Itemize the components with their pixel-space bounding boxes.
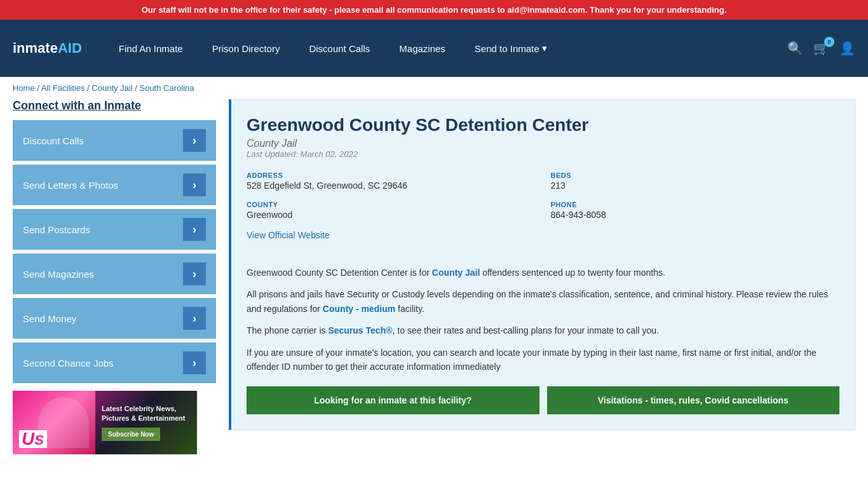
sidebar: Connect with an Inmate Discount Calls › … [13, 99, 216, 454]
alert-banner: Our staff will not be in the office for … [0, 0, 868, 20]
securus-link[interactable]: Securus Tech® [328, 325, 392, 336]
user-button[interactable]: 👤 [839, 41, 855, 56]
address-block: ADDRESS 528 Edgefield St, Greenwood, SC … [247, 172, 536, 191]
content-area: Greenwood County SC Detention Center Cou… [229, 99, 855, 430]
cart-badge: 0 [824, 37, 834, 47]
beds-block: BEDS 213 [551, 172, 840, 191]
discount-calls-btn[interactable]: Discount Calls › [13, 120, 216, 161]
county-jail-link[interactable]: County Jail [432, 268, 480, 278]
send-magazines-label: Send Magazines [23, 269, 94, 280]
visitation-btn[interactable]: Visitations - times, rules, Covid cancel… [547, 386, 840, 414]
chevron-right-icon3: › [183, 218, 206, 241]
ad-text-area: Latest Celebrity News, Pictures & Entert… [95, 399, 197, 446]
description-3: The phone carrier is Securus Tech®, to s… [247, 323, 839, 337]
action-buttons: Looking for an inmate at this facility? … [247, 386, 839, 414]
facility-name: Greenwood County SC Detention Center [247, 115, 839, 135]
chevron-right-icon4: › [183, 262, 206, 285]
ad-subscribe-button[interactable]: Subscribe Now [102, 428, 160, 441]
ad-description: Latest Celebrity News, Pictures & Entert… [102, 404, 191, 423]
county-block: COUNTY Greenwood [247, 201, 536, 220]
logo: inmateAID [13, 40, 82, 57]
send-magazines-btn[interactable]: Send Magazines › [13, 254, 216, 294]
nav-find-inmate[interactable]: Find An Inmate [107, 43, 194, 54]
nav-discount-calls[interactable]: Discount Calls [297, 43, 381, 54]
facility-type: County Jail [247, 138, 839, 149]
chevron-right-icon6: › [183, 351, 206, 374]
send-money-btn[interactable]: Send Money › [13, 298, 216, 339]
main-layout: Connect with an Inmate Discount Calls › … [0, 99, 868, 467]
nav-send-to-inmate[interactable]: Send to Inmate ▾ [463, 43, 559, 54]
county-medium-link[interactable]: County - medium [323, 304, 395, 314]
beds-label: BEDS [551, 172, 840, 179]
chevron-right-icon2: › [183, 173, 206, 196]
send-postcards-btn[interactable]: Send Postcards › [13, 209, 216, 250]
phone-value: 864-943-8058 [551, 210, 840, 220]
send-letters-label: Send Letters & Photos [23, 180, 118, 191]
facility-updated: Last Updated: March 02, 2022 [247, 149, 839, 159]
address-label: ADDRESS [247, 172, 536, 179]
info-grid: ADDRESS 528 Edgefield St, Greenwood, SC … [247, 172, 839, 220]
send-letters-btn[interactable]: Send Letters & Photos › [13, 165, 216, 205]
ad-image: Us [13, 391, 95, 454]
second-chance-btn[interactable]: Second Chance Jobs › [13, 342, 216, 383]
description-1: Greenwood County SC Detention Center is … [247, 266, 839, 280]
address-value: 528 Edgefield St, Greenwood, SC 29646 [247, 180, 536, 191]
breadcrumb-home[interactable]: Home [13, 83, 35, 93]
send-postcards-label: Send Postcards [23, 224, 90, 235]
view-website-link[interactable]: View Official Website [247, 230, 330, 240]
find-inmate-btn[interactable]: Looking for an inmate at this facility? [247, 386, 539, 414]
connect-title: Connect with an Inmate [13, 99, 216, 112]
phone-label: PHONE [551, 201, 840, 208]
send-money-label: Send Money [23, 313, 76, 324]
description-4: If you are unsure of your inmate's locat… [247, 346, 839, 374]
alert-text: Our staff will not be in the office for … [142, 5, 727, 15]
dropdown-arrow-icon: ▾ [542, 43, 547, 54]
phone-block: PHONE 864-943-8058 [551, 201, 840, 220]
breadcrumb-county-jail[interactable]: County Jail [92, 83, 132, 93]
chevron-right-icon: › [183, 129, 206, 152]
chevron-right-icon5: › [183, 307, 206, 330]
description-2: All prisons and jails have Security or C… [247, 287, 839, 316]
breadcrumb-all-facilities[interactable]: All Facilities [41, 83, 85, 93]
description-area: Greenwood County SC Detention Center is … [247, 266, 839, 374]
discount-calls-label: Discount Calls [23, 135, 84, 146]
logo-area[interactable]: inmateAID [13, 40, 82, 57]
second-chance-label: Second Chance Jobs [23, 358, 114, 369]
nav-prison-directory[interactable]: Prison Directory [201, 43, 292, 54]
county-value: Greenwood [247, 210, 536, 220]
ad-block: Us Latest Celebrity News, Pictures & Ent… [13, 391, 197, 454]
nav-magazines[interactable]: Magazines [388, 43, 457, 54]
navbar: inmateAID Find An Inmate Prison Director… [0, 20, 868, 77]
nav-links: Find An Inmate Prison Directory Discount… [107, 43, 787, 54]
breadcrumb-south-carolina[interactable]: South Carolina [139, 83, 194, 93]
nav-icons: 🔍 🛒 0 👤 [787, 41, 855, 56]
county-label: COUNTY [247, 201, 536, 208]
breadcrumb: Home / All Facilities / County Jail / So… [0, 77, 868, 99]
cart-button[interactable]: 🛒 0 [813, 41, 829, 56]
search-button[interactable]: 🔍 [787, 41, 803, 56]
beds-value: 213 [551, 180, 840, 191]
